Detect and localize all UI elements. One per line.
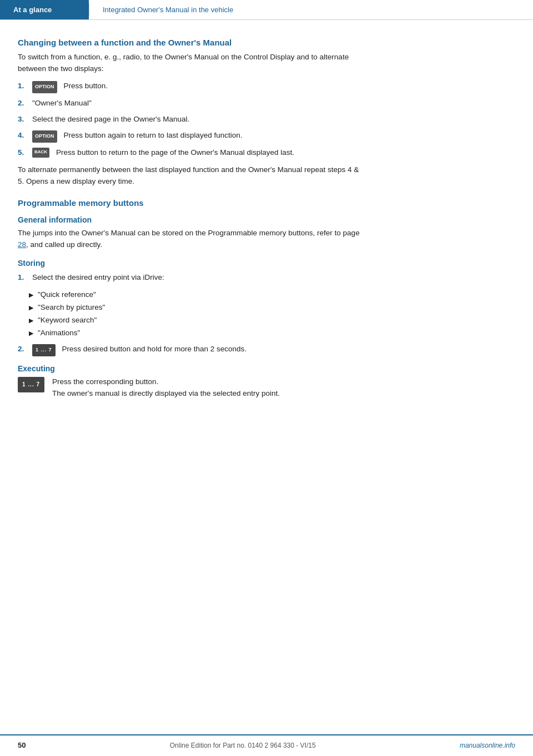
subsection-general-info: General information <box>18 215 360 224</box>
footer-logo: manualsonline.info <box>460 742 515 749</box>
page-footer: 50 Online Edition for Part no. 0140 2 96… <box>0 734 533 756</box>
option-button-icon-1: OPTION <box>32 81 57 93</box>
storing-step2-list: 2. 1 ... 7 Press desired button and hold… <box>18 344 360 356</box>
step-5: 5. BACK Press button to return to the pa… <box>18 147 360 159</box>
subsection-executing: Executing <box>18 364 360 373</box>
tab-at-a-glance[interactable]: At a glance <box>0 0 89 19</box>
option-button-icon-2: OPTION <box>32 130 57 143</box>
general-info-text: The jumps into the Owner's Manual can be… <box>18 228 360 251</box>
bullet-arrow-4: ▶ <box>29 329 33 338</box>
page-header: At a glance Integrated Owner's Manual in… <box>0 0 533 20</box>
sub-bullet-quick-ref: ▶ "Quick reference" <box>29 289 360 301</box>
sub-bullets-list: ▶ "Quick reference" ▶ "Search by picture… <box>29 289 360 339</box>
executing-text-block: Press the corresponding button. The owne… <box>52 376 360 400</box>
sub-bullet-search-pictures: ▶ "Search by pictures" <box>29 302 360 314</box>
section2-title: Programmable memory buttons <box>18 198 360 208</box>
step-3: 3. Select the desired page in the Owner'… <box>18 114 360 125</box>
section-changing-function: Changing between a function and the Owne… <box>18 38 360 187</box>
step-2: 2. "Owner's Manual" <box>18 98 360 109</box>
sub-bullet-animations: ▶ "Animations" <box>29 327 360 339</box>
section1-closing: To alternate permanently between the las… <box>18 164 360 188</box>
page-link-28[interactable]: 28 <box>18 240 26 249</box>
memory-button-icon-executing: 1 ... 7 <box>18 377 44 392</box>
steps-list-1: 1. OPTION Press button. 2. "Owner's Manu… <box>18 80 360 159</box>
storing-steps-list: 1. Select the desired entry point via iD… <box>18 272 360 284</box>
step-4: 4. OPTION Press button again to return t… <box>18 130 360 143</box>
footer-center-text: Online Edition for Part no. 0140 2 964 3… <box>170 742 316 749</box>
executing-block: 1 ... 7 Press the corresponding button. … <box>18 376 360 400</box>
memory-button-icon-step2: 1 ... 7 <box>32 344 56 356</box>
bullet-arrow-1: ▶ <box>29 290 33 300</box>
step-1: 1. OPTION Press button. <box>18 80 360 93</box>
main-content: Changing between a function and the Owne… <box>0 20 378 422</box>
bullet-arrow-2: ▶ <box>29 303 33 313</box>
subsection-storing: Storing <box>18 259 360 268</box>
section1-intro: To switch from a function, e. g., radio,… <box>18 52 360 75</box>
storing-step-2: 2. 1 ... 7 Press desired button and hold… <box>18 344 360 356</box>
page-number: 50 <box>18 741 26 749</box>
storing-step-1: 1. Select the desired entry point via iD… <box>18 272 360 284</box>
tab-integrated-owners-manual[interactable]: Integrated Owner's Manual in the vehicle <box>89 0 247 19</box>
bullet-arrow-3: ▶ <box>29 316 33 325</box>
section1-title: Changing between a function and the Owne… <box>18 38 360 47</box>
back-button-icon: BACK <box>32 148 49 158</box>
sub-bullet-keyword-search: ▶ "Keyword search" <box>29 315 360 326</box>
section-programmable-memory: Programmable memory buttons General info… <box>18 198 360 399</box>
